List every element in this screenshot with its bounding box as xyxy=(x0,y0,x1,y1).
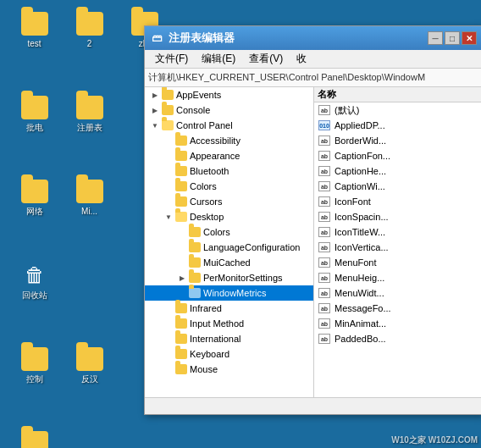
desktop-icon-network[interactable]: 网络 xyxy=(7,174,62,220)
folder-icon xyxy=(162,105,174,115)
desktop-icon-label: 控制 xyxy=(26,374,43,384)
desktop-icon-mi[interactable]: Mi... xyxy=(62,174,117,220)
watermark: W10之家 W10ZJ.COM xyxy=(391,434,478,446)
tree-label: PerMonitorSettings xyxy=(203,274,283,283)
menu-file[interactable]: 文件(F) xyxy=(148,50,195,68)
menu-edit[interactable]: 编辑(E) xyxy=(195,50,242,68)
expand-icon: ▶ xyxy=(175,271,189,285)
right-item-iconvertica[interactable]: ab IconVertica... xyxy=(314,240,481,255)
tree-label: WindowMetrics xyxy=(203,289,267,298)
right-item-icontitlew[interactable]: ab IconTitleW... xyxy=(314,224,481,240)
desktop-icon-label: 网络 xyxy=(26,207,43,217)
folder-icon xyxy=(189,242,201,252)
right-item-label: MenuFont xyxy=(334,257,377,268)
right-item-captionfon[interactable]: ab CaptionFon... xyxy=(314,148,481,163)
right-item-menuheig[interactable]: ab MenuHeig... xyxy=(314,270,481,285)
folder-icon xyxy=(189,288,201,298)
reg-icon: ab xyxy=(318,165,331,177)
regedit-window: 🗃 注册表编辑器 ─ □ ✕ 文件(F) 编辑(E) 查看(V) 收 计算机\H… xyxy=(144,25,481,415)
tree-item-appearance[interactable]: ▶ Appearance xyxy=(145,148,313,163)
right-item-captionwi[interactable]: ab CaptionWi... xyxy=(314,179,481,194)
right-item-menufont[interactable]: ab MenuFont xyxy=(314,255,481,270)
tree-item-permonitor[interactable]: ▶ PerMonitorSettings xyxy=(145,270,313,285)
tree-item-international[interactable]: ▶ International xyxy=(145,331,313,346)
desktop-icon-control[interactable]: 控制 xyxy=(7,342,62,388)
right-item-minimat[interactable]: ab MinAnimat... xyxy=(314,316,481,331)
maximize-button[interactable]: □ xyxy=(445,31,460,45)
reg-icon: ab xyxy=(318,333,331,345)
reg-icon: ab xyxy=(318,150,331,162)
right-item-paddedbo[interactable]: ab PaddedBo... xyxy=(314,331,481,346)
right-item-label: IconTitleW... xyxy=(334,227,385,237)
tree-item-langconfig[interactable]: ▶ LanguageConfiguration xyxy=(145,240,313,255)
tree-item-accessibility[interactable]: ▶ Accessibility xyxy=(145,133,313,148)
tree-label: LanguageConfiguration xyxy=(203,243,300,252)
tree-item-keyboard[interactable]: ▶ Keyboard xyxy=(145,346,313,362)
right-item-captionhe[interactable]: ab CaptionHe... xyxy=(314,163,481,179)
reg-icon: 010 xyxy=(318,119,331,131)
title-buttons: ─ □ ✕ xyxy=(428,31,477,45)
right-item-label: CaptionHe... xyxy=(334,166,386,176)
tree-item-bluetooth[interactable]: ▶ Bluetooth xyxy=(145,163,313,179)
desktop-icon-regedit[interactable]: 注册表 xyxy=(62,91,117,136)
expand-icon: ▶ xyxy=(162,317,175,330)
right-item-label: AppliedDP... xyxy=(334,120,385,130)
expand-icon: ▶ xyxy=(162,332,175,346)
tree-item-infrared[interactable]: ▶ Infrared xyxy=(145,301,313,316)
tree-item-colors-cp[interactable]: ▶ Colors xyxy=(145,179,313,194)
tree-pane[interactable]: ▶ AppEvents ▶ Console ▼ Control Panel xyxy=(145,87,314,397)
tree-item-desktop[interactable]: ▼ Desktop xyxy=(145,209,313,224)
right-item-iconfont[interactable]: ab IconFont xyxy=(314,194,481,209)
right-item-iconspacin[interactable]: ab IconSpacin... xyxy=(314,209,481,224)
right-item-menuwidt[interactable]: ab MenuWidt... xyxy=(314,285,481,301)
menu-favorites[interactable]: 收 xyxy=(290,50,313,68)
folder-icon xyxy=(175,318,187,329)
right-item-borderwid[interactable]: ab BorderWid... xyxy=(314,133,481,148)
reg-icon: ab xyxy=(318,241,331,253)
tree-item-desktop-colors[interactable]: ▶ Colors xyxy=(145,224,313,240)
tree-item-inputmethod[interactable]: ▶ Input Method xyxy=(145,316,313,331)
expand-icon: ▶ xyxy=(162,301,175,315)
menu-view[interactable]: 查看(V) xyxy=(242,50,290,68)
tree-item-controlpanel[interactable]: ▼ Control Panel xyxy=(145,118,313,133)
address-path: 计算机\HKEY_CURRENT_USER\Control Panel\Desk… xyxy=(148,71,425,84)
tree-item-console[interactable]: ▶ Console xyxy=(145,102,313,118)
right-pane: 名称 ab (默认) 010 AppliedDP... ab BorderWid… xyxy=(314,87,481,397)
tree-label: Infrared xyxy=(190,304,222,313)
tree-label: Appearance xyxy=(190,152,240,161)
desktop-icon-recycle[interactable]: 🗑 回收站 xyxy=(7,258,62,304)
expand-icon: ▶ xyxy=(162,149,175,163)
folder-icon xyxy=(175,334,187,344)
right-item-label: MenuHeig... xyxy=(334,273,384,283)
tree-label: Accessibility xyxy=(190,136,240,146)
tree-item-windowmetrics[interactable]: ▶ WindowMetrics xyxy=(145,285,313,301)
desktop-icon-label: test xyxy=(27,39,41,49)
tree-label: MuiCached xyxy=(203,258,251,268)
right-item-label: IconSpacin... xyxy=(334,212,389,222)
desktop-icon-te[interactable]: Te... xyxy=(7,426,62,448)
tree-item-cursors[interactable]: ▶ Cursors xyxy=(145,194,313,209)
tree-item-appevents[interactable]: ▶ AppEvents xyxy=(145,87,313,102)
desktop-icon-pidiag[interactable]: 批电 xyxy=(7,91,62,136)
right-item-messagefo[interactable]: ab MessageFo... xyxy=(314,301,481,316)
folder-icon xyxy=(175,151,187,161)
close-button[interactable]: ✕ xyxy=(462,31,477,45)
tree-item-mouse[interactable]: ▶ Mouse xyxy=(145,362,313,377)
right-item-applieddp[interactable]: 010 AppliedDP... xyxy=(314,118,481,133)
desktop-icon-2[interactable]: 2 xyxy=(62,7,117,53)
folder-icon xyxy=(175,303,187,313)
desktop-icon-fanhan[interactable]: 反汉 xyxy=(62,342,117,388)
folder-icon xyxy=(162,120,174,130)
folder-icon xyxy=(189,257,201,268)
desktop-icon-test[interactable]: test xyxy=(7,7,62,53)
minimize-button[interactable]: ─ xyxy=(428,31,443,45)
reg-icon: ab xyxy=(318,257,331,268)
menu-bar: 文件(F) 编辑(E) 查看(V) 收 xyxy=(145,50,481,69)
address-bar: 计算机\HKEY_CURRENT_USER\Control Panel\Desk… xyxy=(145,69,481,87)
expand-icon: ▶ xyxy=(162,164,175,178)
reg-icon: ab xyxy=(318,272,331,284)
right-item-default[interactable]: ab (默认) xyxy=(314,102,481,118)
tree-item-muicached[interactable]: ▶ MuiCached xyxy=(145,255,313,270)
title-bar[interactable]: 🗃 注册表编辑器 ─ □ ✕ xyxy=(145,26,481,50)
right-item-label: BorderWid... xyxy=(334,136,386,146)
